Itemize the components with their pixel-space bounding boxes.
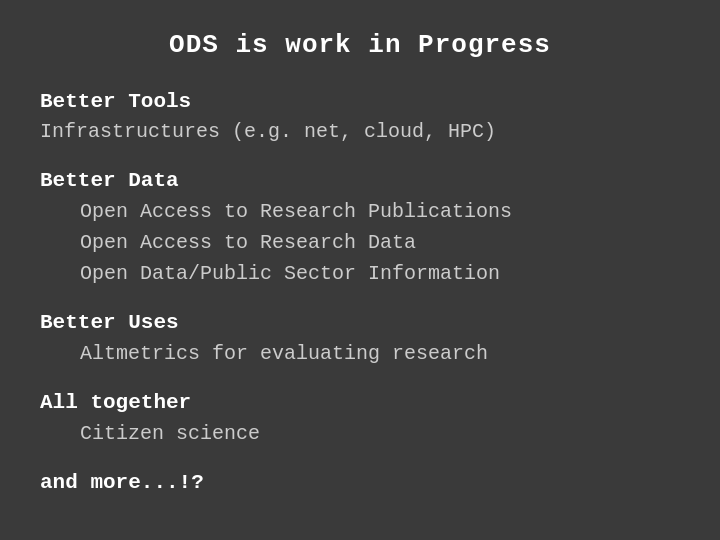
- section-heading-better-data: Better Data: [40, 169, 680, 192]
- slide: ODS is work in Progress Better Tools Inf…: [0, 0, 720, 540]
- section-heading-all-together: All together: [40, 391, 680, 414]
- section-line-altmetrics: Altmetrics for evaluating research: [80, 338, 680, 369]
- slide-title: ODS is work in Progress: [40, 30, 680, 60]
- section-all-together: All together Citizen science: [40, 391, 680, 449]
- section-line-infrastructures: Infrastructures (e.g. net, cloud, HPC): [40, 117, 680, 147]
- section-better-tools: Better Tools Infrastructures (e.g. net, …: [40, 90, 680, 147]
- section-line-open-data-public: Open Data/Public Sector Information: [80, 258, 680, 289]
- section-heading-better-tools: Better Tools: [40, 90, 680, 113]
- section-line-and-more: and more...!?: [40, 471, 680, 494]
- section-line-open-access-data: Open Access to Research Data: [80, 227, 680, 258]
- section-line-open-access-publications: Open Access to Research Publications: [80, 196, 680, 227]
- section-heading-better-uses: Better Uses: [40, 311, 680, 334]
- section-better-uses: Better Uses Altmetrics for evaluating re…: [40, 311, 680, 369]
- section-line-citizen-science: Citizen science: [80, 418, 680, 449]
- section-and-more: and more...!?: [40, 471, 680, 498]
- section-better-data: Better Data Open Access to Research Publ…: [40, 169, 680, 289]
